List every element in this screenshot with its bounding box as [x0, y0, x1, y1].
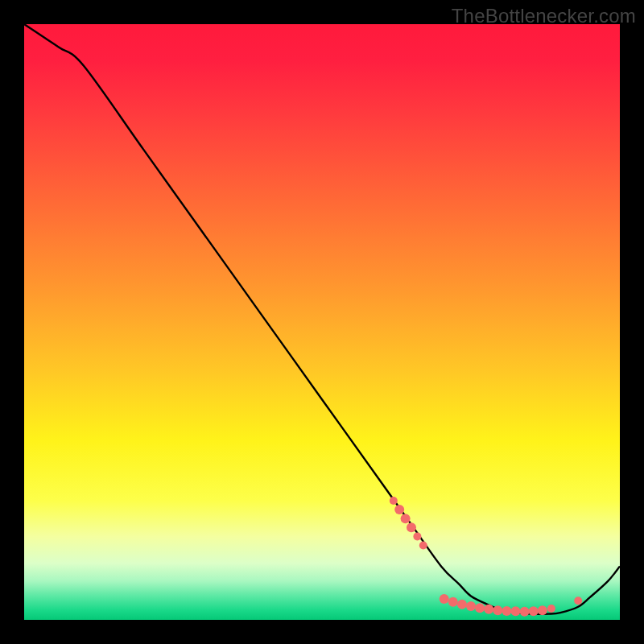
data-point: [390, 497, 398, 505]
data-point: [413, 532, 421, 540]
data-point: [448, 597, 458, 607]
data-point: [457, 600, 467, 609]
data-point: [419, 542, 427, 550]
data-point: [440, 594, 449, 604]
data-point: [502, 606, 511, 616]
plot-area: [24, 24, 620, 620]
data-point: [407, 522, 416, 532]
curve-layer: [24, 24, 620, 620]
marker-group: [390, 497, 582, 617]
data-point: [394, 505, 404, 514]
data-point: [574, 597, 582, 605]
data-point: [484, 605, 493, 614]
data-point: [401, 514, 411, 523]
bottleneck-curve: [24, 24, 620, 614]
data-point: [547, 605, 555, 613]
data-point: [475, 603, 485, 613]
data-point: [466, 601, 476, 611]
data-point: [538, 605, 547, 615]
data-point: [493, 605, 502, 615]
chart-frame: TheBottlenecker.com: [0, 0, 644, 644]
data-point: [511, 606, 521, 616]
data-point: [529, 606, 539, 616]
data-point: [520, 607, 530, 617]
